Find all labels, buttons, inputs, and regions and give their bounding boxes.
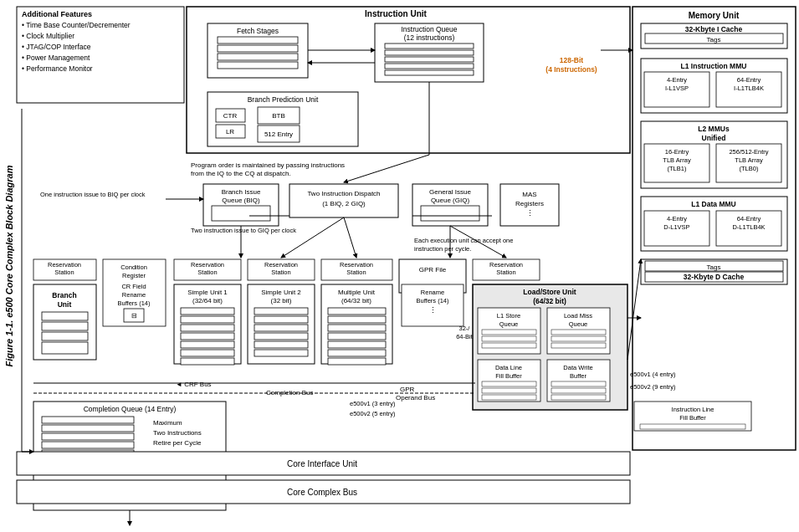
memory-unit-title: Memory Unit (689, 11, 740, 20)
svg-text:Queue (BIQ): Queue (BIQ) (222, 197, 260, 204)
svg-text:Data Line: Data Line (495, 364, 522, 371)
svg-text:L1 Instruction MMU: L1 Instruction MMU (681, 62, 747, 70)
svg-rect-16 (385, 43, 474, 49)
svg-rect-85 (421, 206, 479, 221)
svg-text:BTB: BTB (272, 112, 285, 120)
svg-text:TLB Array: TLB Array (735, 156, 763, 164)
svg-rect-152 (328, 358, 386, 365)
svg-text:CR Field: CR Field (121, 283, 146, 290)
svg-text:Two Instruction Dispatch: Two Instruction Dispatch (307, 190, 380, 197)
svg-line-220 (344, 217, 356, 258)
svg-text:⋮: ⋮ (526, 209, 534, 217)
svg-rect-10 (218, 45, 298, 52)
svg-text:Reservation: Reservation (264, 261, 298, 269)
svg-rect-198 (640, 424, 745, 429)
svg-text:Instruction Queue: Instruction Queue (401, 25, 457, 33)
svg-rect-12 (218, 62, 298, 69)
svg-rect-203 (42, 433, 134, 440)
svg-text:Buffers (14): Buffers (14) (416, 297, 449, 304)
svg-text:Reservation: Reservation (191, 261, 224, 269)
svg-text:◄ CRF Bus: ◄ CRF Bus (176, 381, 212, 388)
svg-text:Register: Register (122, 272, 146, 279)
svg-text:Simple Unit 2: Simple Unit 2 (261, 289, 301, 296)
svg-line-219 (281, 217, 344, 258)
svg-rect-135 (254, 316, 308, 323)
svg-text:Queue (GIQ): Queue (GIQ) (431, 197, 470, 204)
svg-text:Two Instructions: Two Instructions (153, 429, 202, 437)
svg-text:Branch: Branch (52, 291, 76, 299)
svg-text:Two instruction issue to GIQ p: Two instruction issue to GIQ per clock (191, 227, 296, 234)
svg-text:Reservation: Reservation (48, 261, 81, 269)
svg-text:⋮: ⋮ (429, 306, 437, 315)
svg-rect-182 (482, 381, 536, 386)
svg-text:General Issue: General Issue (429, 188, 471, 196)
svg-rect-126 (181, 350, 234, 356)
svg-rect-139 (254, 350, 308, 356)
svg-rect-174 (551, 330, 606, 335)
svg-text:128-Bit: 128-Bit (560, 56, 584, 64)
svg-text:256/512-Entry: 256/512-Entry (729, 148, 768, 156)
svg-text:(TLB1): (TLB1) (668, 165, 687, 172)
svg-text:Data Write: Data Write (563, 364, 592, 371)
svg-rect-17 (385, 50, 474, 55)
svg-text:Load Miss: Load Miss (564, 312, 592, 320)
svg-text:Station: Station (346, 269, 366, 276)
svg-rect-106 (42, 342, 88, 354)
svg-text:instruction per cycle.: instruction per cycle. (414, 245, 471, 253)
svg-text:Registers: Registers (515, 200, 544, 207)
svg-text:Retire per Cycle: Retire per Cycle (153, 439, 202, 447)
svg-text:CTR: CTR (223, 112, 238, 120)
svg-text:Queue: Queue (499, 320, 519, 328)
svg-text:Operand Bus: Operand Bus (396, 394, 435, 402)
svg-rect-103 (42, 312, 88, 320)
svg-text:Completion Queue (14 Entry): Completion Queue (14 Entry) (84, 405, 177, 413)
svg-text:I-L1VSP: I-L1VSP (665, 84, 689, 92)
svg-text:64-Entry: 64-Entry (737, 76, 761, 84)
svg-rect-150 (328, 341, 386, 348)
svg-rect-204 (42, 442, 134, 448)
svg-rect-19 (385, 64, 474, 69)
svg-text:Load/Store Unit: Load/Store Unit (523, 288, 576, 296)
svg-text:Multiple Unit: Multiple Unit (338, 289, 376, 296)
svg-rect-105 (42, 332, 88, 340)
svg-rect-184 (482, 395, 536, 400)
svg-text:16-Entry: 16-Entry (665, 148, 689, 156)
core-complex-bus-label: Core Complex Bus (287, 488, 357, 497)
svg-rect-202 (42, 425, 134, 432)
svg-rect-169 (482, 336, 536, 341)
additional-features-title: Additional Features (22, 10, 92, 18)
svg-text:One instruction issue to BIQ p: One instruction issue to BIQ per clock (40, 191, 146, 198)
svg-text:Buffers (14): Buffers (14) (117, 299, 151, 307)
svg-text:64-Entry: 64-Entry (737, 215, 761, 223)
svg-text:Queue: Queue (569, 320, 588, 328)
svg-text:Reservation: Reservation (340, 261, 373, 269)
svg-rect-20 (385, 70, 474, 75)
svg-rect-170 (482, 343, 536, 348)
svg-rect-134 (254, 308, 308, 315)
svg-text:Buffer: Buffer (570, 372, 586, 380)
svg-rect-176 (551, 343, 606, 348)
svg-text:e500v1 (3 entry): e500v1 (3 entry) (350, 400, 396, 407)
svg-rect-78 (212, 206, 270, 221)
svg-text:from the IQ to the CQ at dispa: from the IQ to the CQ at dispatch. (191, 170, 291, 177)
svg-text:• Power Management: • Power Management (22, 54, 90, 62)
core-interface-unit-label: Core Interface Unit (287, 459, 357, 468)
svg-text:Simple Unit 1: Simple Unit 1 (187, 289, 228, 296)
svg-rect-121 (181, 308, 234, 315)
svg-text:e500v1 (4 entry): e500v1 (4 entry) (630, 371, 676, 378)
svg-rect-138 (254, 341, 308, 348)
svg-text:Station: Station (197, 269, 217, 276)
svg-rect-189 (551, 388, 606, 393)
svg-text:Condition: Condition (120, 263, 147, 271)
svg-rect-201 (42, 417, 134, 423)
svg-text:Tags: Tags (707, 36, 721, 43)
svg-text:Station: Station (54, 269, 74, 276)
svg-text:(32 bit): (32 bit) (271, 297, 292, 304)
svg-text:Maximum: Maximum (153, 419, 182, 427)
svg-rect-183 (482, 388, 536, 393)
figure-label-text: Figure 1-1. e500 Core Complex Block Diag… (4, 166, 14, 367)
svg-text:Reservation: Reservation (489, 261, 523, 269)
svg-text:• JTAG/COP Interface: • JTAG/COP Interface (22, 43, 91, 51)
svg-text:I-L1TLB4K: I-L1TLB4K (734, 84, 764, 92)
svg-text:Unified: Unified (702, 134, 726, 142)
